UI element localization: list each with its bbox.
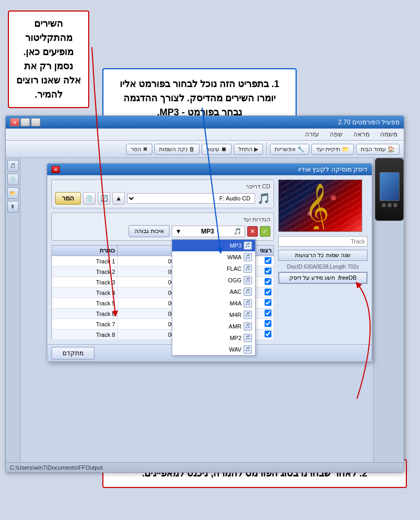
format-item-m4a[interactable]: 🎵 M4A [172,298,255,309]
mp3-icon: 🎵 [244,241,252,250]
dialog-right: 𝄞 שנה שמות כל הרצועות DiscID 630A0E08,Le… [278,179,368,340]
status-bar: C:\Users\win7\Documents\FFOutput [6,462,404,472]
menu-ezra[interactable]: עזרה [303,130,321,139]
track-checkbox-6[interactable] [265,310,271,316]
aac-icon: 🎵 [244,288,252,296]
home-label: עמוד הבית [361,146,386,153]
format-flac-label: FLAC [227,266,242,272]
settings-label: הגדרות יעד [55,216,270,223]
clear-names-button[interactable]: 🗑 נקה השמות [154,144,200,155]
panel-btn-2[interactable]: 💿 [7,174,19,185]
format-item-ogg[interactable]: 🎵 OGG [172,274,255,286]
home-button[interactable]: 🏠 עמוד הבית [356,144,400,155]
phone-btn-2 [387,203,392,207]
phone-btn-3 [393,203,397,207]
rip-button[interactable]: המר [55,192,81,205]
track-checkbox-4[interactable] [265,289,271,295]
phone-screen [380,172,400,201]
format-item-wav[interactable]: 🎵 WAV [172,344,255,355]
dialog-close-button[interactable]: ✕ [51,166,60,173]
menu-mareh[interactable]: מראה [351,130,372,139]
target-folder-button[interactable]: 📁 תיקיית יעד [311,144,354,155]
app-window: מפעיל הפורמטים 2.70 ─ □ ✕ משמה מראה שפה … [5,115,404,473]
format-item-m4r[interactable]: 🎵 M4R [172,309,255,321]
panel-btn-4[interactable]: 🎙 [7,201,19,213]
track-name-cell-1: Track 1 [52,256,118,267]
status-path: C:\Users\win7\Documents\FFOutput [10,464,103,471]
dialog: דיסק מוסיקה לקובץ אודיו ✕ CD דרייבר 🎵 F: [47,163,372,362]
phone-widget [375,158,404,221]
track-name-cell-5: Track 5 [52,298,118,309]
format-mp3-label: MP3 [229,242,242,249]
menu-bar: משמה מראה שפה עזרה [6,129,404,141]
track-name-input[interactable] [278,236,368,247]
confirm-button[interactable]: ✓ [260,226,270,237]
cd-section: CD דרייבר 🎵 F: Audio CD ▲ 🔄 💿 המר [51,179,274,208]
menu-safa[interactable]: שפה [328,130,345,139]
track-name-cell-8: Track 8 [52,330,118,340]
cd-drive-select[interactable]: F: Audio CD [127,193,255,204]
dialog-title-bar: דיסק מוסיקה לקובץ אודיו ✕ [47,164,372,175]
track-checkbox-7[interactable] [265,320,271,327]
format-item-amr[interactable]: 🎵 AMR [172,321,255,332]
format-aac-label: AAC [229,289,242,295]
cd-info-button[interactable]: 💿 [83,192,96,205]
format-select-button[interactable]: 🎵 MP3 ▼ [172,226,245,237]
window-title: מפעיל הפורמטים 2.70 [338,119,400,126]
format-wma-label: WMA [227,254,242,260]
m4a-icon: 🎵 [244,299,252,307]
track-checkbox-3[interactable] [265,278,271,285]
format-item-flac[interactable]: 🎵 FLAC [172,263,255,274]
album-art-lines [279,180,362,231]
cd-refresh-button[interactable]: 🔄 [98,192,110,205]
start-button[interactable]: ▶ התחל [234,144,263,155]
dialog-title-text: דיסק מוסיקה לקובץ אודיו [298,166,368,173]
maximize-button[interactable]: □ [20,118,30,126]
wav-icon: 🎵 [244,345,252,354]
freedb-tag: free [338,274,349,281]
title-bar: מפעיל הפורמטים 2.70 ─ □ ✕ [6,116,404,129]
main-content: 🎵 💿 📂 🎙 דיסק מוסיקה לקובץ אודיו ✕ [6,158,404,462]
close-button[interactable]: ✕ [10,118,19,126]
track-name-cell-7: Track 7 [52,319,118,330]
find-all-button[interactable]: שנה שמות כל הרצועות [278,250,368,261]
remove-button[interactable]: ✖ הסר [126,144,152,155]
track-checkbox-1[interactable] [265,257,271,264]
title-bar-buttons: ─ □ ✕ [10,118,40,126]
options-button[interactable]: 🔧 אפשריות [270,144,309,155]
next-button[interactable]: מתקדם [51,347,94,359]
toolbar: 🏠 עמוד הבית 📁 תיקיית יעד 🔧 אפשריות ▶ התח… [6,141,404,158]
track-checkbox-8[interactable] [265,331,271,337]
format-dropdown: 🎵 MP3 🎵 WMA 🎵 [172,239,256,356]
format-item-wma[interactable]: 🎵 WMA [172,251,255,263]
annotation-top-left: השירים מהתקליטור מופיעים כאן. נסמן רק את… [8,10,89,108]
format-item-mp3[interactable]: 🎵 MP3 [172,240,255,251]
phone-buttons [382,203,397,207]
toolbar-separator [266,143,267,155]
format-m4a-label: M4A [229,300,242,306]
remove-label: הסר [131,146,141,153]
cd-up-button[interactable]: ▲ [112,192,125,205]
track-checkbox-2[interactable] [265,268,271,274]
stop-button[interactable]: ⏹ עיצור [202,144,232,155]
minimize-button[interactable]: ─ [31,118,40,126]
freedb-button[interactable]: freeDB חשג מידע על דיסק [278,272,368,284]
panel-btn-1[interactable]: 🎵 [7,160,19,172]
menu-mishma[interactable]: משמה [378,130,400,139]
panel-btn-3[interactable]: 📂 [7,187,19,199]
track-name-cell-2: Track 2 [52,267,118,277]
album-art: 𝄞 [278,179,362,232]
track-checkbox-5[interactable] [265,299,271,306]
format-item-mp2[interactable]: 🎵 MP2 [172,332,255,344]
phone-btn-1 [382,203,386,207]
format-icon: 🎵 [234,228,242,235]
quality-button[interactable]: איכות גבוהה [129,225,170,237]
format-ogg-label: OGG [228,277,242,283]
format-amr-label: AMR [229,323,242,330]
cancel-setting-button[interactable]: ✕ [247,226,258,237]
clear-names-label: נקה השמות [159,146,187,153]
annotation-top-right-text: 1. בתפריט הזה נוכל לבחור בפורמט אליו יומ… [120,79,279,118]
format-item-aac[interactable]: 🎵 AAC [172,286,255,298]
flac-icon: 🎵 [244,264,252,273]
options-label: אפשריות [275,146,296,153]
